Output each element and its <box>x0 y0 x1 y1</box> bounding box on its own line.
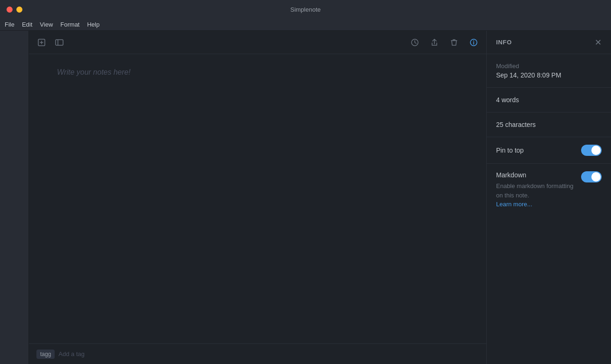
word-count: 4 words <box>496 96 602 104</box>
app-title: Simplenote <box>290 6 320 13</box>
editor-area: Write your notes here! tagg Add a tag <box>29 31 486 364</box>
info-panel-title: INFO <box>496 39 512 46</box>
modified-value: Sep 14, 2020 8:09 PM <box>496 71 602 79</box>
svg-rect-3 <box>56 40 63 45</box>
menu-file[interactable]: File <box>5 21 14 28</box>
app-body: Write your notes here! tagg Add a tag IN… <box>0 31 611 364</box>
info-words-section: 4 words <box>487 88 611 112</box>
toolbar-right <box>410 37 479 48</box>
info-panel-header: INFO ✕ <box>487 31 611 54</box>
info-button[interactable] <box>469 37 479 48</box>
history-button[interactable] <box>410 37 420 48</box>
pin-label: Pin to top <box>496 147 524 154</box>
editor-content[interactable]: Write your notes here! <box>29 54 486 343</box>
tag-bar: tagg Add a tag <box>29 343 486 364</box>
menu-format[interactable]: Format <box>60 21 79 28</box>
close-button[interactable] <box>7 7 13 13</box>
svg-point-8 <box>473 40 474 41</box>
menu-help[interactable]: Help <box>87 21 99 28</box>
titlebar: Simplenote <box>0 0 611 19</box>
modified-label: Modified <box>496 63 602 70</box>
markdown-section: Markdown Enable markdown formatting on t… <box>487 164 611 218</box>
menu-edit[interactable]: Edit <box>22 21 32 28</box>
tag-add-placeholder[interactable]: Add a tag <box>58 350 85 357</box>
pin-toggle-knob <box>591 146 601 155</box>
info-close-button[interactable]: ✕ <box>595 38 602 47</box>
menu-view[interactable]: View <box>40 21 53 28</box>
trash-button[interactable] <box>449 37 459 48</box>
markdown-desc-text: Enable markdown formatting on this note. <box>496 182 573 199</box>
info-panel: INFO ✕ Modified Sep 14, 2020 8:09 PM 4 w… <box>486 31 611 364</box>
toolbar <box>29 31 486 54</box>
share-button[interactable] <box>429 37 440 48</box>
character-count: 25 characters <box>496 121 602 128</box>
window-controls <box>7 7 22 13</box>
editor-placeholder: Write your notes here! <box>57 68 130 76</box>
markdown-toggle[interactable] <box>581 171 602 182</box>
markdown-text: Markdown Enable markdown formatting on t… <box>496 171 576 211</box>
pin-to-top-row: Pin to top <box>487 137 611 164</box>
sidebar-strip <box>0 31 29 364</box>
new-note-button[interactable] <box>36 37 47 48</box>
markdown-toggle-knob <box>591 172 601 182</box>
learn-more-link[interactable]: Learn more... <box>496 201 532 208</box>
pin-toggle[interactable] <box>581 145 602 156</box>
info-characters-section: 25 characters <box>487 112 611 137</box>
info-modified-section: Modified Sep 14, 2020 8:09 PM <box>487 54 611 88</box>
menubar: File Edit View Format Help <box>0 19 611 31</box>
sidebar-toggle-button[interactable] <box>54 37 64 48</box>
tag-chip[interactable]: tagg <box>36 350 55 359</box>
toolbar-left <box>36 37 64 48</box>
minimize-button[interactable] <box>16 7 22 13</box>
markdown-title: Markdown <box>496 171 576 179</box>
markdown-desc: Enable markdown formatting on this note.… <box>496 182 576 209</box>
markdown-row: Markdown Enable markdown formatting on t… <box>496 171 602 211</box>
